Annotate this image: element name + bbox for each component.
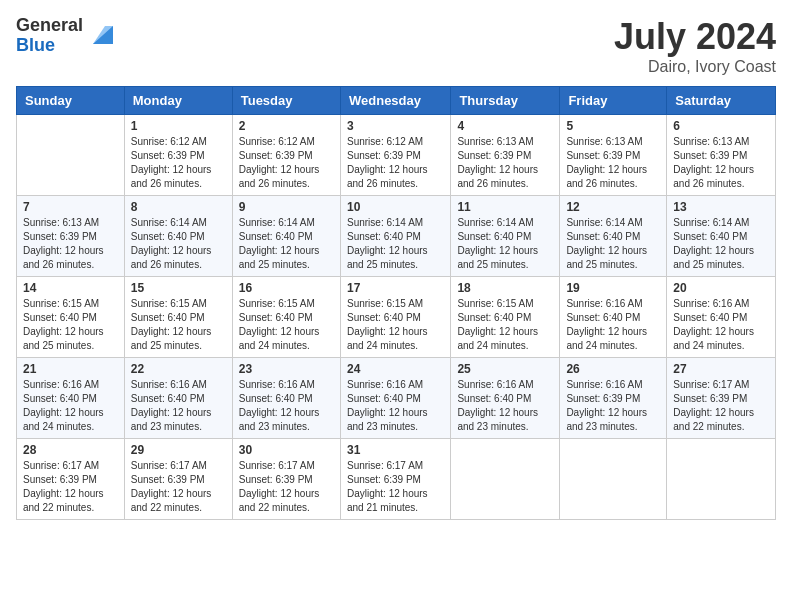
calendar-cell: 5Sunrise: 6:13 AMSunset: 6:39 PMDaylight… xyxy=(560,115,667,196)
day-number: 15 xyxy=(131,281,226,295)
day-number: 12 xyxy=(566,200,660,214)
day-number: 29 xyxy=(131,443,226,457)
calendar-cell: 12Sunrise: 6:14 AMSunset: 6:40 PMDayligh… xyxy=(560,196,667,277)
day-info: Sunrise: 6:16 AMSunset: 6:40 PMDaylight:… xyxy=(239,378,334,434)
day-header-sunday: Sunday xyxy=(17,87,125,115)
day-info: Sunrise: 6:14 AMSunset: 6:40 PMDaylight:… xyxy=(239,216,334,272)
calendar-cell: 21Sunrise: 6:16 AMSunset: 6:40 PMDayligh… xyxy=(17,358,125,439)
calendar-cell xyxy=(560,439,667,520)
day-number: 23 xyxy=(239,362,334,376)
day-number: 5 xyxy=(566,119,660,133)
day-number: 25 xyxy=(457,362,553,376)
day-info: Sunrise: 6:15 AMSunset: 6:40 PMDaylight:… xyxy=(239,297,334,353)
day-info: Sunrise: 6:14 AMSunset: 6:40 PMDaylight:… xyxy=(347,216,444,272)
logo-icon xyxy=(85,22,113,50)
day-header-friday: Friday xyxy=(560,87,667,115)
day-number: 13 xyxy=(673,200,769,214)
title-block: July 2024 Dairo, Ivory Coast xyxy=(614,16,776,76)
day-info: Sunrise: 6:14 AMSunset: 6:40 PMDaylight:… xyxy=(131,216,226,272)
logo: General Blue xyxy=(16,16,113,56)
day-info: Sunrise: 6:14 AMSunset: 6:40 PMDaylight:… xyxy=(673,216,769,272)
day-info: Sunrise: 6:17 AMSunset: 6:39 PMDaylight:… xyxy=(347,459,444,515)
logo-general: General xyxy=(16,16,83,36)
day-header-saturday: Saturday xyxy=(667,87,776,115)
calendar-cell: 29Sunrise: 6:17 AMSunset: 6:39 PMDayligh… xyxy=(124,439,232,520)
day-info: Sunrise: 6:12 AMSunset: 6:39 PMDaylight:… xyxy=(239,135,334,191)
day-number: 1 xyxy=(131,119,226,133)
day-info: Sunrise: 6:12 AMSunset: 6:39 PMDaylight:… xyxy=(131,135,226,191)
calendar-cell: 18Sunrise: 6:15 AMSunset: 6:40 PMDayligh… xyxy=(451,277,560,358)
calendar-header-row: SundayMondayTuesdayWednesdayThursdayFrid… xyxy=(17,87,776,115)
day-info: Sunrise: 6:13 AMSunset: 6:39 PMDaylight:… xyxy=(566,135,660,191)
week-row-1: 1Sunrise: 6:12 AMSunset: 6:39 PMDaylight… xyxy=(17,115,776,196)
day-info: Sunrise: 6:13 AMSunset: 6:39 PMDaylight:… xyxy=(673,135,769,191)
calendar-cell: 14Sunrise: 6:15 AMSunset: 6:40 PMDayligh… xyxy=(17,277,125,358)
calendar-cell xyxy=(451,439,560,520)
day-number: 2 xyxy=(239,119,334,133)
week-row-4: 21Sunrise: 6:16 AMSunset: 6:40 PMDayligh… xyxy=(17,358,776,439)
calendar-table: SundayMondayTuesdayWednesdayThursdayFrid… xyxy=(16,86,776,520)
calendar-cell: 6Sunrise: 6:13 AMSunset: 6:39 PMDaylight… xyxy=(667,115,776,196)
calendar-cell: 2Sunrise: 6:12 AMSunset: 6:39 PMDaylight… xyxy=(232,115,340,196)
day-number: 24 xyxy=(347,362,444,376)
day-info: Sunrise: 6:16 AMSunset: 6:40 PMDaylight:… xyxy=(347,378,444,434)
calendar-cell: 26Sunrise: 6:16 AMSunset: 6:39 PMDayligh… xyxy=(560,358,667,439)
month-title: July 2024 xyxy=(614,16,776,58)
day-number: 19 xyxy=(566,281,660,295)
calendar-cell xyxy=(667,439,776,520)
day-info: Sunrise: 6:16 AMSunset: 6:40 PMDaylight:… xyxy=(566,297,660,353)
day-info: Sunrise: 6:14 AMSunset: 6:40 PMDaylight:… xyxy=(457,216,553,272)
day-header-thursday: Thursday xyxy=(451,87,560,115)
day-number: 22 xyxy=(131,362,226,376)
day-number: 9 xyxy=(239,200,334,214)
calendar-cell: 10Sunrise: 6:14 AMSunset: 6:40 PMDayligh… xyxy=(340,196,450,277)
calendar-cell: 28Sunrise: 6:17 AMSunset: 6:39 PMDayligh… xyxy=(17,439,125,520)
calendar-cell: 31Sunrise: 6:17 AMSunset: 6:39 PMDayligh… xyxy=(340,439,450,520)
day-number: 27 xyxy=(673,362,769,376)
calendar-cell: 24Sunrise: 6:16 AMSunset: 6:40 PMDayligh… xyxy=(340,358,450,439)
day-info: Sunrise: 6:16 AMSunset: 6:40 PMDaylight:… xyxy=(457,378,553,434)
svg-marker-1 xyxy=(93,26,113,44)
logo-blue: Blue xyxy=(16,36,83,56)
day-number: 7 xyxy=(23,200,118,214)
calendar-cell: 25Sunrise: 6:16 AMSunset: 6:40 PMDayligh… xyxy=(451,358,560,439)
page-header: General Blue July 2024 Dairo, Ivory Coas… xyxy=(16,16,776,76)
calendar-cell: 13Sunrise: 6:14 AMSunset: 6:40 PMDayligh… xyxy=(667,196,776,277)
day-number: 16 xyxy=(239,281,334,295)
calendar-cell: 23Sunrise: 6:16 AMSunset: 6:40 PMDayligh… xyxy=(232,358,340,439)
week-row-2: 7Sunrise: 6:13 AMSunset: 6:39 PMDaylight… xyxy=(17,196,776,277)
day-number: 30 xyxy=(239,443,334,457)
calendar-cell: 11Sunrise: 6:14 AMSunset: 6:40 PMDayligh… xyxy=(451,196,560,277)
day-number: 11 xyxy=(457,200,553,214)
day-info: Sunrise: 6:13 AMSunset: 6:39 PMDaylight:… xyxy=(23,216,118,272)
day-number: 26 xyxy=(566,362,660,376)
calendar-cell: 9Sunrise: 6:14 AMSunset: 6:40 PMDaylight… xyxy=(232,196,340,277)
day-number: 14 xyxy=(23,281,118,295)
calendar-cell xyxy=(17,115,125,196)
day-number: 17 xyxy=(347,281,444,295)
calendar-cell: 27Sunrise: 6:17 AMSunset: 6:39 PMDayligh… xyxy=(667,358,776,439)
day-number: 6 xyxy=(673,119,769,133)
calendar-cell: 15Sunrise: 6:15 AMSunset: 6:40 PMDayligh… xyxy=(124,277,232,358)
calendar-cell: 22Sunrise: 6:16 AMSunset: 6:40 PMDayligh… xyxy=(124,358,232,439)
calendar-cell: 7Sunrise: 6:13 AMSunset: 6:39 PMDaylight… xyxy=(17,196,125,277)
calendar-cell: 17Sunrise: 6:15 AMSunset: 6:40 PMDayligh… xyxy=(340,277,450,358)
day-info: Sunrise: 6:17 AMSunset: 6:39 PMDaylight:… xyxy=(673,378,769,434)
day-number: 21 xyxy=(23,362,118,376)
day-number: 8 xyxy=(131,200,226,214)
week-row-3: 14Sunrise: 6:15 AMSunset: 6:40 PMDayligh… xyxy=(17,277,776,358)
day-header-wednesday: Wednesday xyxy=(340,87,450,115)
day-number: 31 xyxy=(347,443,444,457)
calendar-cell: 3Sunrise: 6:12 AMSunset: 6:39 PMDaylight… xyxy=(340,115,450,196)
day-info: Sunrise: 6:15 AMSunset: 6:40 PMDaylight:… xyxy=(457,297,553,353)
day-number: 20 xyxy=(673,281,769,295)
calendar-cell: 4Sunrise: 6:13 AMSunset: 6:39 PMDaylight… xyxy=(451,115,560,196)
calendar-cell: 19Sunrise: 6:16 AMSunset: 6:40 PMDayligh… xyxy=(560,277,667,358)
day-info: Sunrise: 6:16 AMSunset: 6:39 PMDaylight:… xyxy=(566,378,660,434)
day-info: Sunrise: 6:16 AMSunset: 6:40 PMDaylight:… xyxy=(131,378,226,434)
calendar-cell: 16Sunrise: 6:15 AMSunset: 6:40 PMDayligh… xyxy=(232,277,340,358)
calendar-cell: 20Sunrise: 6:16 AMSunset: 6:40 PMDayligh… xyxy=(667,277,776,358)
location-title: Dairo, Ivory Coast xyxy=(614,58,776,76)
day-info: Sunrise: 6:17 AMSunset: 6:39 PMDaylight:… xyxy=(23,459,118,515)
day-info: Sunrise: 6:16 AMSunset: 6:40 PMDaylight:… xyxy=(23,378,118,434)
